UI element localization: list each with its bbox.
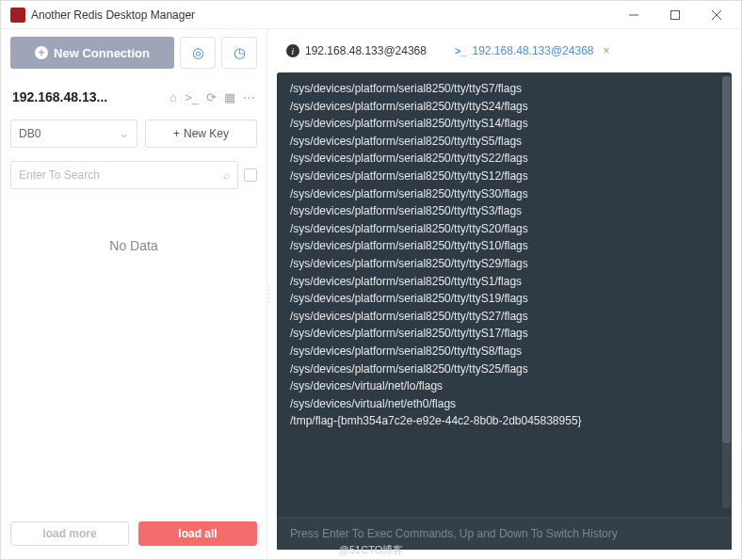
tab-info[interactable]: i 192.168.48.133@24368 bbox=[273, 35, 440, 67]
tab-cli[interactable]: >_ 192.168.48.133@24368 × bbox=[442, 35, 623, 67]
window-maximize-button[interactable] bbox=[654, 2, 696, 28]
cli-output[interactable]: /sys/devices/platform/serial8250/tty/tty… bbox=[277, 72, 732, 517]
svg-rect-1 bbox=[671, 10, 680, 19]
tab-info-label: 192.168.48.133@24368 bbox=[305, 44, 427, 57]
cli-input[interactable]: Press Enter To Exec Commands, Up and Dow… bbox=[277, 517, 732, 550]
cli-output-line: /sys/devices/platform/serial8250/tty/tty… bbox=[290, 325, 718, 343]
scrollbar[interactable] bbox=[722, 76, 731, 508]
cli-output-line: /sys/devices/platform/serial8250/tty/tty… bbox=[290, 237, 718, 255]
plus-icon: + bbox=[35, 46, 48, 59]
search-placeholder: Enter To Search bbox=[19, 168, 223, 182]
content-panel: i 192.168.48.133@24368 >_ 192.168.48.133… bbox=[267, 29, 741, 559]
clock-icon: ◷ bbox=[234, 44, 246, 61]
db-select[interactable]: DB0 ⌄ bbox=[10, 120, 137, 148]
target-icon: ◎ bbox=[192, 44, 204, 61]
close-icon[interactable]: × bbox=[603, 44, 609, 57]
cli-output-line: /sys/devices/platform/serial8250/tty/tty… bbox=[290, 202, 718, 220]
new-connection-label: New Connection bbox=[54, 46, 150, 60]
cli-icon: >_ bbox=[455, 45, 467, 56]
cli-output-line: /sys/devices/platform/serial8250/tty/tty… bbox=[290, 308, 718, 326]
window-titlebar: Another Redis Desktop Manager bbox=[1, 1, 741, 29]
cli-output-line: /sys/devices/platform/serial8250/tty/tty… bbox=[290, 98, 718, 116]
new-key-button[interactable]: + New Key bbox=[145, 120, 257, 148]
sidebar: + New Connection ◎ ◷ 192.168.48.13... ⌂ … bbox=[1, 29, 267, 559]
app-icon bbox=[10, 8, 25, 23]
connection-name[interactable]: 192.168.48.13... bbox=[12, 89, 169, 104]
load-more-button[interactable]: load more bbox=[10, 521, 129, 546]
cli-output-line: /sys/devices/platform/serial8250/tty/tty… bbox=[290, 133, 718, 151]
new-connection-button[interactable]: + New Connection bbox=[10, 37, 174, 69]
cli-console: /sys/devices/platform/serial8250/tty/tty… bbox=[277, 72, 732, 550]
window-title: Another Redis Desktop Manager bbox=[31, 8, 613, 22]
cli-output-line: /sys/devices/platform/serial8250/tty/tty… bbox=[290, 220, 718, 238]
grid-icon[interactable]: ▦ bbox=[224, 90, 235, 104]
chevron-down-icon: ⌄ bbox=[120, 127, 129, 140]
cli-output-line: /sys/devices/platform/serial8250/tty/tty… bbox=[290, 273, 718, 291]
split-handle[interactable] bbox=[267, 272, 271, 317]
refresh-icon[interactable]: ⟳ bbox=[206, 90, 217, 104]
exact-match-toggle[interactable] bbox=[244, 168, 257, 182]
search-input[interactable]: Enter To Search ⌕ bbox=[10, 161, 238, 189]
cli-output-line: /sys/devices/platform/serial8250/tty/tty… bbox=[290, 343, 718, 360]
terminal-icon[interactable]: >_ bbox=[185, 90, 199, 104]
tab-cli-label: 192.168.48.133@24368 bbox=[473, 44, 594, 57]
search-icon: ⌕ bbox=[223, 168, 230, 182]
tab-bar: i 192.168.48.133@24368 >_ 192.168.48.133… bbox=[267, 29, 741, 67]
cli-output-line: /sys/devices/virtual/net/lo/flags bbox=[290, 377, 718, 395]
plus-thin-icon: + bbox=[173, 127, 180, 140]
info-icon: i bbox=[286, 44, 299, 57]
cli-output-line: /tmp/flag-{bmh354a7c2e-e92e-44c2-8b0b-2d… bbox=[290, 412, 718, 430]
cli-output-line: /sys/devices/platform/serial8250/tty/tty… bbox=[290, 360, 718, 378]
cli-output-line: /sys/devices/virtual/net/eth0/flags bbox=[290, 395, 718, 413]
cli-output-line: /sys/devices/platform/serial8250/tty/tty… bbox=[290, 80, 718, 98]
cli-output-line: /sys/devices/platform/serial8250/tty/tty… bbox=[290, 255, 718, 273]
cli-output-line: /sys/devices/platform/serial8250/tty/tty… bbox=[290, 185, 718, 203]
home-icon[interactable]: ⌂ bbox=[169, 90, 177, 104]
log-button[interactable]: ◷ bbox=[221, 37, 257, 69]
new-key-label: New Key bbox=[184, 127, 229, 140]
cli-output-line: /sys/devices/platform/serial8250/tty/tty… bbox=[290, 168, 718, 185]
no-data-label: No Data bbox=[10, 238, 257, 253]
cli-output-line: /sys/devices/platform/serial8250/tty/tty… bbox=[290, 150, 718, 168]
scrollbar-thumb[interactable] bbox=[722, 76, 731, 443]
load-all-button[interactable]: load all bbox=[138, 521, 257, 546]
db-select-label: DB0 bbox=[19, 127, 40, 140]
cli-output-line: /sys/devices/platform/serial8250/tty/tty… bbox=[290, 290, 718, 308]
window-minimize-button[interactable] bbox=[613, 2, 654, 28]
window-close-button[interactable] bbox=[696, 2, 737, 28]
more-icon[interactable]: ⋯ bbox=[243, 90, 255, 104]
settings-target-button[interactable]: ◎ bbox=[180, 37, 216, 69]
cli-output-line: /sys/devices/platform/serial8250/tty/tty… bbox=[290, 115, 718, 133]
